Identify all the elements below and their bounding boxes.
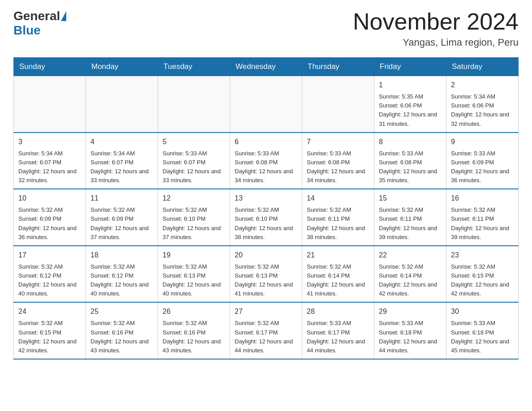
day-info: Sunrise: 5:32 AMSunset: 6:15 PMDaylight:… bbox=[451, 262, 514, 299]
day-number: 8 bbox=[379, 137, 442, 147]
logo-triangle-icon bbox=[61, 11, 66, 21]
day-info: Sunrise: 5:33 AMSunset: 6:18 PMDaylight:… bbox=[379, 319, 442, 355]
calendar-day-cell: 30Sunrise: 5:33 AMSunset: 6:18 PMDayligh… bbox=[446, 302, 519, 359]
calendar-day-cell: 9Sunrise: 5:33 AMSunset: 6:09 PMDaylight… bbox=[446, 133, 519, 189]
title-section: November 2024 Yangas, Lima region, Peru bbox=[353, 9, 519, 48]
calendar-day-cell: 3Sunrise: 5:34 AMSunset: 6:07 PMDaylight… bbox=[14, 133, 86, 189]
calendar-day-cell: 14Sunrise: 5:32 AMSunset: 6:11 PMDayligh… bbox=[302, 189, 374, 246]
day-number: 24 bbox=[18, 306, 81, 317]
day-number: 19 bbox=[163, 250, 225, 261]
day-number: 20 bbox=[235, 250, 297, 261]
calendar-day-cell: 25Sunrise: 5:32 AMSunset: 6:16 PMDayligh… bbox=[86, 302, 158, 359]
calendar-week-row: 24Sunrise: 5:32 AMSunset: 6:15 PMDayligh… bbox=[14, 302, 519, 359]
weekday-header-row: SundayMondayTuesdayWednesdayThursdayFrid… bbox=[14, 58, 519, 76]
day-info: Sunrise: 5:34 AMSunset: 6:07 PMDaylight:… bbox=[18, 149, 81, 185]
calendar-day-cell bbox=[302, 76, 374, 133]
calendar-day-cell: 23Sunrise: 5:32 AMSunset: 6:15 PMDayligh… bbox=[446, 246, 519, 303]
day-number: 14 bbox=[307, 193, 369, 204]
weekday-header-thursday: Thursday bbox=[302, 58, 374, 76]
calendar-day-cell: 10Sunrise: 5:32 AMSunset: 6:09 PMDayligh… bbox=[14, 189, 86, 246]
day-number: 10 bbox=[18, 193, 81, 204]
weekday-header-sunday: Sunday bbox=[14, 58, 86, 76]
calendar-day-cell: 29Sunrise: 5:33 AMSunset: 6:18 PMDayligh… bbox=[374, 302, 446, 359]
day-number: 26 bbox=[163, 306, 225, 317]
day-info: Sunrise: 5:32 AMSunset: 6:13 PMDaylight:… bbox=[235, 262, 297, 299]
calendar-day-cell: 7Sunrise: 5:33 AMSunset: 6:08 PMDaylight… bbox=[302, 133, 374, 189]
day-info: Sunrise: 5:32 AMSunset: 6:11 PMDaylight:… bbox=[307, 206, 369, 242]
day-number: 7 bbox=[307, 137, 369, 147]
day-info: Sunrise: 5:32 AMSunset: 6:15 PMDaylight:… bbox=[18, 319, 81, 355]
calendar-day-cell bbox=[158, 76, 230, 133]
calendar-day-cell: 13Sunrise: 5:32 AMSunset: 6:10 PMDayligh… bbox=[230, 189, 302, 246]
page-header: General Blue November 2024 Yangas, Lima … bbox=[13, 9, 519, 48]
day-number: 9 bbox=[451, 137, 514, 147]
calendar-day-cell: 15Sunrise: 5:32 AMSunset: 6:11 PMDayligh… bbox=[374, 189, 446, 246]
month-title: November 2024 bbox=[353, 9, 519, 34]
calendar-day-cell: 2Sunrise: 5:34 AMSunset: 6:06 PMDaylight… bbox=[446, 76, 519, 133]
calendar-day-cell: 8Sunrise: 5:33 AMSunset: 6:08 PMDaylight… bbox=[374, 133, 446, 189]
day-number: 30 bbox=[451, 306, 514, 317]
day-info: Sunrise: 5:32 AMSunset: 6:09 PMDaylight:… bbox=[18, 206, 81, 242]
day-number: 25 bbox=[90, 306, 153, 317]
logo: General Blue bbox=[13, 9, 67, 38]
calendar-day-cell bbox=[14, 76, 86, 133]
calendar-day-cell: 18Sunrise: 5:32 AMSunset: 6:12 PMDayligh… bbox=[86, 246, 158, 303]
day-number: 2 bbox=[451, 80, 514, 90]
calendar-day-cell: 17Sunrise: 5:32 AMSunset: 6:12 PMDayligh… bbox=[14, 246, 86, 303]
day-info: Sunrise: 5:32 AMSunset: 6:12 PMDaylight:… bbox=[18, 262, 81, 299]
day-info: Sunrise: 5:34 AMSunset: 6:07 PMDaylight:… bbox=[90, 149, 153, 185]
calendar-day-cell: 16Sunrise: 5:32 AMSunset: 6:11 PMDayligh… bbox=[446, 189, 519, 246]
logo-general-text: General bbox=[13, 9, 60, 23]
calendar-day-cell: 26Sunrise: 5:32 AMSunset: 6:16 PMDayligh… bbox=[158, 302, 230, 359]
day-number: 22 bbox=[379, 250, 442, 261]
day-info: Sunrise: 5:33 AMSunset: 6:08 PMDaylight:… bbox=[235, 149, 297, 185]
day-number: 6 bbox=[235, 137, 297, 147]
day-info: Sunrise: 5:32 AMSunset: 6:14 PMDaylight:… bbox=[379, 262, 442, 299]
calendar-day-cell: 20Sunrise: 5:32 AMSunset: 6:13 PMDayligh… bbox=[230, 246, 302, 303]
day-info: Sunrise: 5:32 AMSunset: 6:13 PMDaylight:… bbox=[163, 262, 225, 299]
calendar-week-row: 1Sunrise: 5:35 AMSunset: 6:06 PMDaylight… bbox=[14, 76, 519, 133]
day-info: Sunrise: 5:33 AMSunset: 6:08 PMDaylight:… bbox=[379, 149, 442, 185]
logo-blue-text: Blue bbox=[13, 23, 41, 37]
day-number: 13 bbox=[235, 193, 297, 204]
calendar-day-cell: 11Sunrise: 5:32 AMSunset: 6:09 PMDayligh… bbox=[86, 189, 158, 246]
day-info: Sunrise: 5:33 AMSunset: 6:09 PMDaylight:… bbox=[451, 149, 514, 185]
day-info: Sunrise: 5:34 AMSunset: 6:06 PMDaylight:… bbox=[451, 92, 514, 128]
day-number: 4 bbox=[90, 137, 153, 147]
day-number: 18 bbox=[90, 250, 153, 261]
calendar-day-cell: 1Sunrise: 5:35 AMSunset: 6:06 PMDaylight… bbox=[374, 76, 446, 133]
calendar-day-cell: 19Sunrise: 5:32 AMSunset: 6:13 PMDayligh… bbox=[158, 246, 230, 303]
calendar-day-cell bbox=[86, 76, 158, 133]
calendar-day-cell bbox=[230, 76, 302, 133]
weekday-header-saturday: Saturday bbox=[446, 58, 519, 76]
day-number: 1 bbox=[379, 80, 442, 90]
day-number: 12 bbox=[163, 193, 225, 204]
day-info: Sunrise: 5:33 AMSunset: 6:08 PMDaylight:… bbox=[307, 149, 369, 185]
calendar-day-cell: 5Sunrise: 5:33 AMSunset: 6:07 PMDaylight… bbox=[158, 133, 230, 189]
day-info: Sunrise: 5:32 AMSunset: 6:10 PMDaylight:… bbox=[235, 206, 297, 242]
day-info: Sunrise: 5:32 AMSunset: 6:12 PMDaylight:… bbox=[90, 262, 153, 299]
calendar-day-cell: 6Sunrise: 5:33 AMSunset: 6:08 PMDaylight… bbox=[230, 133, 302, 189]
day-number: 16 bbox=[451, 193, 514, 204]
calendar-day-cell: 28Sunrise: 5:33 AMSunset: 6:17 PMDayligh… bbox=[302, 302, 374, 359]
day-info: Sunrise: 5:35 AMSunset: 6:06 PMDaylight:… bbox=[379, 92, 442, 128]
day-info: Sunrise: 5:33 AMSunset: 6:18 PMDaylight:… bbox=[451, 319, 514, 355]
day-info: Sunrise: 5:32 AMSunset: 6:11 PMDaylight:… bbox=[451, 206, 514, 242]
day-info: Sunrise: 5:33 AMSunset: 6:07 PMDaylight:… bbox=[163, 149, 225, 185]
day-number: 5 bbox=[163, 137, 225, 147]
calendar-day-cell: 24Sunrise: 5:32 AMSunset: 6:15 PMDayligh… bbox=[14, 302, 86, 359]
day-info: Sunrise: 5:32 AMSunset: 6:11 PMDaylight:… bbox=[379, 206, 442, 242]
day-number: 28 bbox=[307, 306, 369, 317]
weekday-header-tuesday: Tuesday bbox=[158, 58, 230, 76]
day-number: 27 bbox=[235, 306, 297, 317]
weekday-header-wednesday: Wednesday bbox=[230, 58, 302, 76]
calendar-table: SundayMondayTuesdayWednesdayThursdayFrid… bbox=[13, 57, 519, 360]
location-label: Yangas, Lima region, Peru bbox=[353, 37, 519, 48]
calendar-day-cell: 27Sunrise: 5:32 AMSunset: 6:17 PMDayligh… bbox=[230, 302, 302, 359]
day-info: Sunrise: 5:32 AMSunset: 6:16 PMDaylight:… bbox=[90, 319, 153, 355]
day-number: 21 bbox=[307, 250, 369, 261]
calendar-day-cell: 12Sunrise: 5:32 AMSunset: 6:10 PMDayligh… bbox=[158, 189, 230, 246]
day-info: Sunrise: 5:33 AMSunset: 6:17 PMDaylight:… bbox=[307, 319, 369, 355]
calendar-week-row: 10Sunrise: 5:32 AMSunset: 6:09 PMDayligh… bbox=[14, 189, 519, 246]
day-info: Sunrise: 5:32 AMSunset: 6:09 PMDaylight:… bbox=[90, 206, 153, 242]
